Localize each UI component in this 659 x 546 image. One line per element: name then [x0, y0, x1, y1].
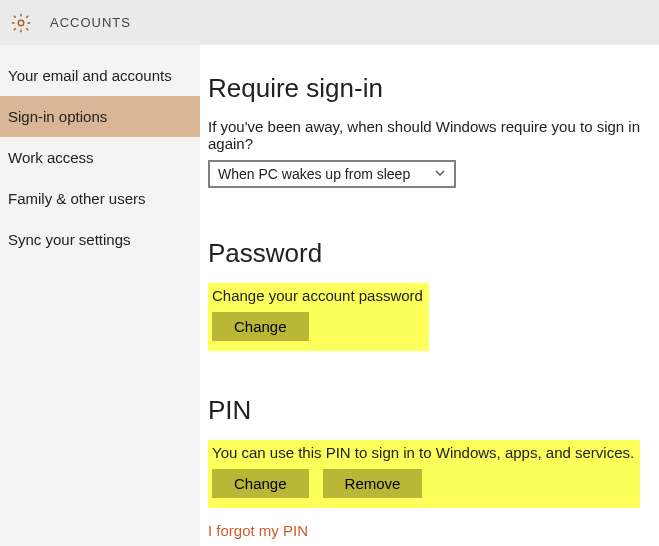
- require-signin-heading: Require sign-in: [208, 73, 659, 104]
- password-change-button[interactable]: Change: [212, 312, 309, 341]
- pin-highlight: You can use this PIN to sign in to Windo…: [208, 440, 640, 508]
- password-desc: Change your account password: [212, 287, 423, 304]
- settings-icon: [10, 12, 32, 34]
- header-bar: ACCOUNTS: [0, 0, 659, 45]
- nav-family[interactable]: Family & other users: [0, 178, 200, 219]
- forgot-pin-link[interactable]: I forgot my PIN: [208, 522, 308, 539]
- header-title: ACCOUNTS: [50, 15, 131, 30]
- select-value: When PC wakes up from sleep: [218, 166, 410, 182]
- password-heading: Password: [208, 238, 659, 269]
- pin-desc: You can use this PIN to sign in to Windo…: [212, 444, 634, 461]
- pin-remove-button[interactable]: Remove: [323, 469, 423, 498]
- nav-work[interactable]: Work access: [0, 137, 200, 178]
- sidebar: Your email and accounts Sign-in options …: [0, 45, 200, 546]
- nav-signin[interactable]: Sign-in options: [0, 96, 200, 137]
- nav-email[interactable]: Your email and accounts: [0, 55, 200, 96]
- password-highlight: Change your account password Change: [208, 283, 429, 351]
- nav-sync[interactable]: Sync your settings: [0, 219, 200, 260]
- content-pane: Require sign-in If you've been away, whe…: [200, 45, 659, 546]
- chevron-down-icon: [434, 166, 446, 182]
- pin-change-button[interactable]: Change: [212, 469, 309, 498]
- svg-point-0: [18, 20, 24, 26]
- pin-heading: PIN: [208, 395, 659, 426]
- require-signin-select[interactable]: When PC wakes up from sleep: [208, 160, 456, 188]
- require-signin-desc: If you've been away, when should Windows…: [208, 118, 659, 152]
